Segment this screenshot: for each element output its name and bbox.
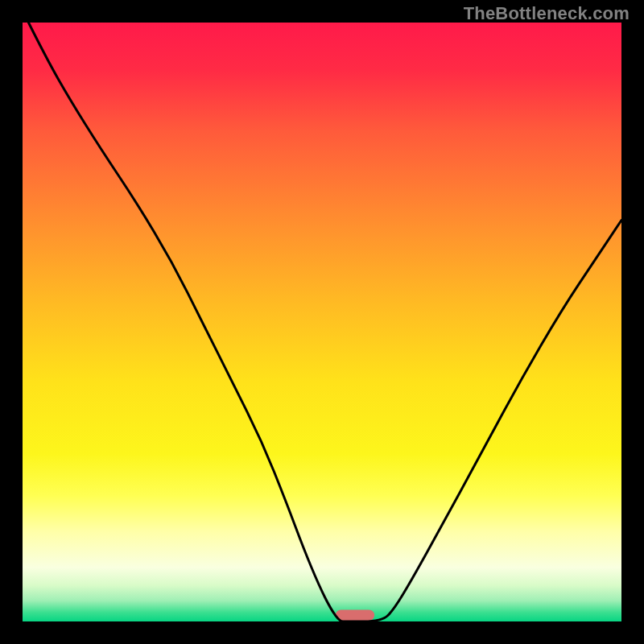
optimal-point-marker — [336, 610, 374, 621]
bottleneck-chart — [0, 0, 644, 644]
watermark-text: TheBottleneck.com — [464, 3, 630, 24]
gradient-background — [23, 23, 621, 621]
chart-frame: TheBottleneck.com — [0, 0, 644, 644]
